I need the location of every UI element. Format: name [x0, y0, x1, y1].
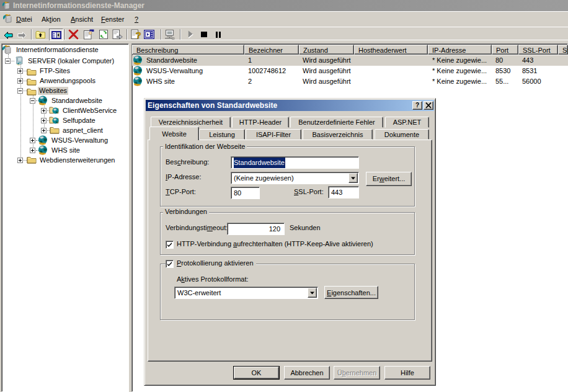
svg-text:?: ?	[136, 30, 141, 40]
